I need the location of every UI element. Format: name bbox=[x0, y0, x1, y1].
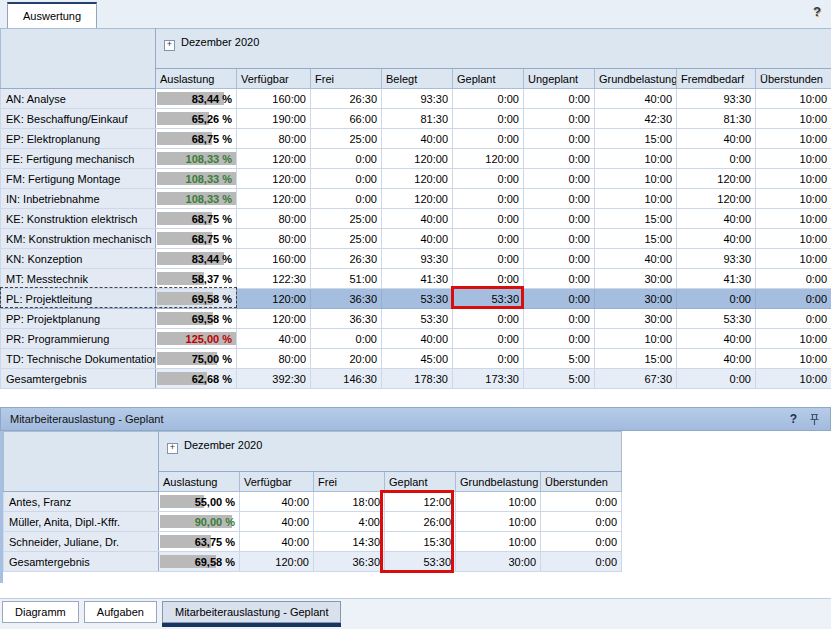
value-cell[interactable]: 80:00 bbox=[237, 349, 311, 369]
value-cell[interactable]: 40:00 bbox=[595, 249, 677, 269]
value-cell[interactable]: 120:00 bbox=[382, 169, 453, 189]
value-cell[interactable]: 40:00 bbox=[237, 329, 311, 349]
table-row[interactable]: MT: Messtechnik58,37 %122:3051:0041:300:… bbox=[1, 269, 831, 289]
value-cell[interactable]: 5:00 bbox=[524, 349, 595, 369]
value-cell[interactable]: 0:00 bbox=[453, 129, 524, 149]
value-cell[interactable]: 0:00 bbox=[524, 189, 595, 209]
value-cell[interactable]: 15:00 bbox=[595, 209, 677, 229]
period-group-header[interactable]: +Dezember 2020 bbox=[159, 432, 622, 472]
value-cell[interactable]: 40:00 bbox=[240, 532, 314, 552]
utilization-cell[interactable]: 108,33 % bbox=[156, 149, 237, 169]
value-cell[interactable]: 40:00 bbox=[382, 129, 453, 149]
value-cell[interactable]: 0:00 bbox=[677, 149, 756, 169]
value-cell[interactable]: 10:00 bbox=[756, 169, 831, 189]
value-cell[interactable]: 0:00 bbox=[453, 89, 524, 109]
value-cell[interactable]: 173:30 bbox=[453, 369, 524, 389]
value-cell[interactable]: 120:00 bbox=[382, 149, 453, 169]
value-cell[interactable]: 0:00 bbox=[756, 269, 831, 289]
row-label[interactable]: PL: Projektleitung bbox=[1, 289, 156, 309]
value-cell[interactable]: 40:00 bbox=[382, 209, 453, 229]
value-cell[interactable]: 120:00 bbox=[237, 309, 311, 329]
value-cell[interactable]: 80:00 bbox=[237, 229, 311, 249]
value-cell[interactable]: 14:30 bbox=[314, 532, 385, 552]
value-cell[interactable]: 0:00 bbox=[541, 512, 622, 532]
value-cell[interactable]: 120:00 bbox=[237, 169, 311, 189]
value-cell[interactable]: 0:00 bbox=[541, 492, 622, 512]
value-cell[interactable]: 40:00 bbox=[382, 329, 453, 349]
value-cell[interactable]: 26:30 bbox=[311, 249, 382, 269]
row-label[interactable]: AN: Analyse bbox=[1, 89, 156, 109]
utilization-cell[interactable]: 69,58 % bbox=[156, 309, 237, 329]
table-row[interactable]: KM: Konstruktion mechanisch68,75 %80:002… bbox=[1, 229, 831, 249]
value-cell[interactable]: 40:00 bbox=[677, 229, 756, 249]
value-cell[interactable]: 40:00 bbox=[595, 89, 677, 109]
table-row[interactable]: KN: Konzeption83,44 %160:0026:3093:300:0… bbox=[1, 249, 831, 269]
utilization-cell[interactable]: 83,44 % bbox=[156, 89, 237, 109]
row-label[interactable]: Antes, Franz bbox=[4, 492, 159, 512]
tab-diagramm[interactable]: Diagramm bbox=[2, 601, 79, 623]
column-header-belegt[interactable]: Belegt bbox=[382, 69, 453, 89]
total-row[interactable]: Gesamtergebnis62,68 %392:30146:30178:301… bbox=[1, 369, 831, 389]
value-cell[interactable]: 25:00 bbox=[311, 129, 382, 149]
value-cell[interactable]: 0:00 bbox=[453, 209, 524, 229]
utilization-cell[interactable]: 125,00 % bbox=[156, 329, 237, 349]
column-header-fremdbedarf[interactable]: Fremdbedarf bbox=[677, 69, 756, 89]
value-cell[interactable]: 0:00 bbox=[524, 329, 595, 349]
value-cell[interactable]: 0:00 bbox=[541, 532, 622, 552]
value-cell[interactable]: 0:00 bbox=[453, 249, 524, 269]
value-cell[interactable]: 10:00 bbox=[595, 189, 677, 209]
value-cell[interactable]: 51:00 bbox=[311, 269, 382, 289]
utilization-cell[interactable]: 58,37 % bbox=[156, 269, 237, 289]
table-row[interactable]: IN: Inbetriebnahme108,33 %120:000:00120:… bbox=[1, 189, 831, 209]
value-cell[interactable]: 18:00 bbox=[314, 492, 385, 512]
value-cell[interactable]: 120:00 bbox=[237, 289, 311, 309]
value-cell[interactable]: 10:00 bbox=[595, 169, 677, 189]
table-row[interactable]: KE: Konstruktion elektrisch68,75 %80:002… bbox=[1, 209, 831, 229]
table-row[interactable]: PP: Projektplanung69,58 %120:0036:3053:3… bbox=[1, 309, 831, 329]
value-cell[interactable]: 0:00 bbox=[524, 209, 595, 229]
value-cell[interactable]: 0:00 bbox=[453, 109, 524, 129]
value-cell[interactable]: 0:00 bbox=[453, 349, 524, 369]
utilization-cell[interactable]: 55,00 % bbox=[159, 492, 240, 512]
value-cell[interactable]: 40:00 bbox=[240, 492, 314, 512]
row-label[interactable]: MT: Messtechnik bbox=[1, 269, 156, 289]
value-cell[interactable]: 0:00 bbox=[311, 169, 382, 189]
value-cell[interactable]: 0:00 bbox=[524, 289, 595, 309]
period-group-header[interactable]: +Dezember 2020 bbox=[156, 29, 831, 69]
column-header-frei[interactable]: Frei bbox=[311, 69, 382, 89]
row-label[interactable]: TD: Technische Dokumentation bbox=[1, 349, 156, 369]
value-cell[interactable]: 120:00 bbox=[453, 149, 524, 169]
value-cell[interactable]: 10:00 bbox=[756, 89, 831, 109]
value-cell[interactable]: 0:00 bbox=[453, 169, 524, 189]
value-cell[interactable]: 53:30 bbox=[453, 289, 524, 309]
value-cell[interactable]: 0:00 bbox=[453, 309, 524, 329]
table-row[interactable]: AN: Analyse83,44 %160:0026:3093:300:000:… bbox=[1, 89, 831, 109]
value-cell[interactable]: 160:00 bbox=[237, 89, 311, 109]
value-cell[interactable]: 40:00 bbox=[382, 229, 453, 249]
value-cell[interactable]: 0:00 bbox=[453, 189, 524, 209]
value-cell[interactable]: 36:30 bbox=[314, 552, 385, 572]
value-cell[interactable]: 81:30 bbox=[677, 109, 756, 129]
value-cell[interactable]: 26:00 bbox=[385, 512, 456, 532]
row-label[interactable]: PR: Programmierung bbox=[1, 329, 156, 349]
value-cell[interactable]: 10:00 bbox=[595, 149, 677, 169]
value-cell[interactable]: 120:00 bbox=[677, 189, 756, 209]
value-cell[interactable]: 93:30 bbox=[382, 89, 453, 109]
value-cell[interactable]: 122:30 bbox=[237, 269, 311, 289]
column-header-auslastung[interactable]: Auslastung bbox=[159, 472, 240, 492]
value-cell[interactable]: 20:00 bbox=[311, 349, 382, 369]
utilization-cell[interactable]: 75,00 % bbox=[156, 349, 237, 369]
value-cell[interactable]: 392:30 bbox=[237, 369, 311, 389]
column-header-auslastung[interactable]: Auslastung bbox=[156, 69, 237, 89]
column-header--berstunden[interactable]: Überstunden bbox=[541, 472, 622, 492]
column-header-verf-gbar[interactable]: Verfügbar bbox=[237, 69, 311, 89]
row-label[interactable]: KE: Konstruktion elektrisch bbox=[1, 209, 156, 229]
value-cell[interactable]: 4:00 bbox=[314, 512, 385, 532]
column-header--berstunden[interactable]: Überstunden bbox=[756, 69, 831, 89]
value-cell[interactable]: 93:30 bbox=[677, 249, 756, 269]
utilization-cell[interactable]: 68,75 % bbox=[156, 229, 237, 249]
value-cell[interactable]: 120:00 bbox=[382, 189, 453, 209]
value-cell[interactable]: 5:00 bbox=[524, 369, 595, 389]
value-cell[interactable]: 0:00 bbox=[524, 269, 595, 289]
value-cell[interactable]: 40:00 bbox=[677, 349, 756, 369]
